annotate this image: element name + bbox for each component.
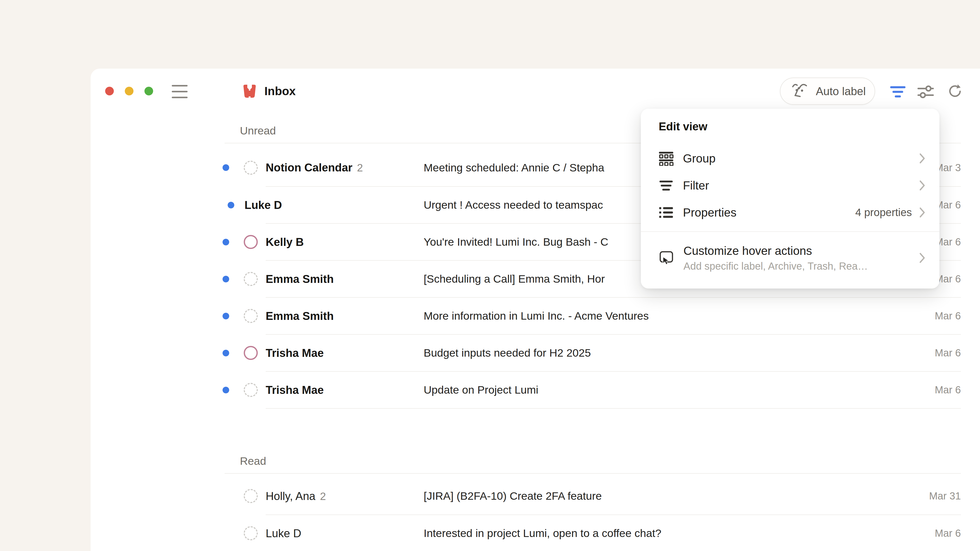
avatar [244, 235, 258, 249]
unread-dot-icon [218, 387, 234, 393]
email-row[interactable]: Trisha Mae Budget inputs needed for H2 2… [91, 335, 980, 371]
screen: Unread Notion Calendar2 Meeting schedule… [0, 0, 980, 551]
auto-label-button[interactable]: Auto label [780, 78, 875, 105]
menu-item-customize-hover-actions[interactable]: Customize hover actions Add specific lab… [641, 232, 939, 272]
email-subject: Budget inputs needed for H2 2025 [424, 347, 924, 359]
inbox-header: Inbox [242, 83, 296, 99]
menu-item-properties[interactable]: Properties 4 properties [641, 199, 939, 226]
sender-name: Emma Smith [266, 310, 334, 322]
unread-dot-icon [218, 239, 234, 245]
email-subject: Interested in project Lumi, open to a co… [424, 527, 924, 540]
edit-view-popover: Edit view Group [641, 109, 939, 289]
sender-name: Luke D [245, 199, 282, 211]
email-subject: More information in Lumi Inc. - Acme Ven… [424, 310, 924, 322]
menu-item-label: Filter [683, 179, 709, 192]
chevron-right-icon [919, 180, 926, 191]
sender-name: Kelly B [266, 236, 304, 248]
window-controls [105, 87, 153, 95]
filter-icon [659, 178, 673, 193]
inbox-icon [242, 83, 257, 99]
menu-item-group[interactable]: Group [641, 145, 939, 172]
menu-item-label: Properties [683, 206, 737, 219]
email-subject: Update on Project Lumi [424, 384, 924, 396]
zoom-window-button[interactable] [145, 87, 153, 95]
sender-name: Holly, Ana [266, 490, 315, 503]
unread-dot-icon [218, 164, 234, 171]
refresh-icon [947, 84, 962, 98]
unread-dot-icon [218, 313, 234, 319]
email-row[interactable]: Luke D Interested in project Lumi, open … [91, 515, 980, 551]
email-row[interactable]: Trisha Mae Update on Project Lumi Mar 6 [91, 372, 980, 408]
email-date: Mar 6 [935, 310, 961, 322]
unread-dot-icon [218, 350, 234, 356]
menu-item-filter[interactable]: Filter [641, 172, 939, 199]
avatar [244, 346, 258, 360]
avatar [244, 161, 258, 175]
sender-name: Trisha Mae [266, 347, 324, 359]
chevron-right-icon [919, 207, 926, 218]
avatar [244, 489, 258, 503]
menu-item-subtitle: Add specific label, Archive, Trash, Rea… [683, 260, 868, 272]
thread-count: 2 [320, 490, 326, 503]
tune-sliders-icon [917, 85, 934, 99]
avatar [244, 309, 258, 323]
page-title: Inbox [264, 84, 296, 98]
email-subject: [JIRA] (B2FA-10) Create 2FA feature [424, 490, 919, 502]
popover-title: Edit view [659, 120, 939, 133]
properties-list-icon [659, 205, 673, 220]
menu-item-label: Customize hover actions [683, 244, 868, 258]
email-date: Mar 6 [935, 527, 961, 539]
avatar [244, 383, 258, 397]
avatar [244, 272, 258, 286]
thread-count: 2 [357, 162, 363, 174]
close-window-button[interactable] [105, 87, 114, 95]
sender-name: Luke D [266, 527, 301, 540]
section-label-read: Read [240, 453, 980, 468]
email-row[interactable]: Holly, Ana2 [JIRA] (B2FA-10) Create 2FA … [91, 474, 980, 514]
sidebar-menu-button[interactable] [172, 85, 188, 98]
filter-button[interactable] [890, 86, 906, 97]
email-row[interactable]: Emma Smith More information in Lumi Inc.… [91, 298, 980, 334]
menu-item-label: Group [683, 151, 716, 165]
email-date: Mar 31 [929, 490, 961, 502]
email-date: Mar 6 [935, 347, 961, 359]
chevron-right-icon [919, 153, 926, 164]
sender-name: Notion Calendar [266, 161, 352, 174]
row-divider [266, 408, 961, 409]
email-date: Mar 6 [935, 384, 961, 395]
view-settings-button[interactable] [917, 85, 934, 100]
chevron-right-icon [919, 252, 926, 264]
cursor-box-icon [659, 250, 674, 266]
menu-item-value: 4 properties [855, 206, 912, 219]
minimize-window-button[interactable] [125, 87, 134, 95]
refresh-button[interactable] [947, 84, 962, 100]
unread-dot-icon [223, 202, 239, 208]
sender-name: Emma Smith [266, 273, 334, 286]
unread-dot-icon [218, 276, 234, 283]
avatar [244, 526, 258, 540]
group-icon [659, 151, 673, 166]
sender-name: Trisha Mae [266, 384, 324, 396]
auto-label-text: Auto label [816, 85, 866, 98]
auto-label-doodle-icon [789, 80, 811, 102]
